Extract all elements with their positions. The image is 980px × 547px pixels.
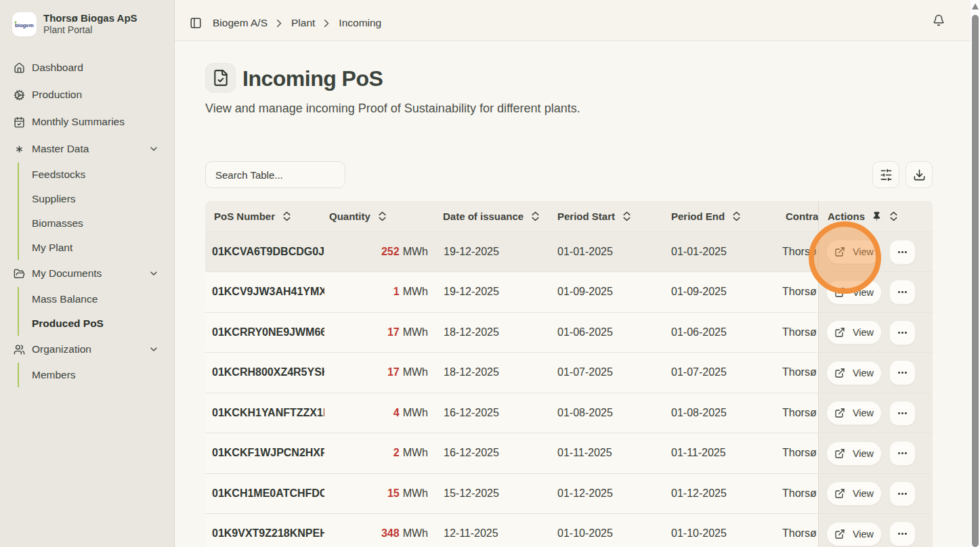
svg-text:biogem: biogem — [15, 22, 34, 28]
